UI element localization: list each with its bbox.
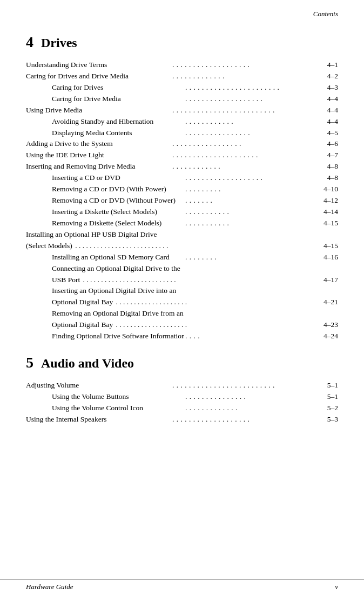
toc-label-line2-row: USB Port . . . . . . . . . . . . . . . .…	[52, 275, 338, 286]
toc-label: Finding Optional Drive Software Informat…	[52, 331, 184, 342]
toc-label: Caring for Drives	[52, 82, 184, 94]
toc-dots: . . . . . . . . . . . . . . . . . . .	[184, 94, 319, 105]
toc-label-line2: Optional Digital Bay	[52, 297, 113, 308]
chapter-5-heading: 5 Audio and Video	[26, 354, 338, 371]
toc-multiline-label: Removing an Optional Digital Drive from …	[52, 308, 338, 331]
chapter-5-toc: Adjusting Volume . . . . . . . . . . . .…	[26, 380, 338, 425]
page-footer: Hardware Guide v	[0, 579, 364, 591]
toc-entry-volume-buttons: Using the Volume Buttons . . . . . . . .…	[26, 391, 338, 403]
toc-page: 4–24	[319, 331, 338, 342]
toc-label-line1: Inserting an Optional Digital Drive into…	[52, 285, 338, 297]
toc-dots: . . . . . . . . . . . . . . . . . . . .	[113, 297, 319, 308]
toc-page: 5–1	[319, 380, 338, 391]
toc-page: 5–1	[319, 391, 338, 403]
toc-dots: . . . . . . . . . . . . . . . . . . . . …	[171, 105, 319, 116]
toc-label: Using the Internal Speakers	[26, 414, 171, 425]
toc-label: Avoiding Standby and Hibernation	[52, 116, 184, 128]
toc-page: 4–23	[319, 319, 338, 331]
toc-page: 4–5	[319, 128, 338, 139]
toc-page: 4–21	[319, 297, 338, 308]
toc-page: 4–12	[319, 195, 338, 206]
toc-entry-avoiding-standby: Avoiding Standby and Hibernation . . . .…	[26, 116, 338, 128]
toc-page: 4–15	[319, 218, 338, 229]
toc-page: 4–16	[319, 252, 338, 263]
toc-entry-removing-cd-dvd-nopower: Removing a CD or DVD (Without Power) . .…	[26, 195, 338, 206]
toc-page: 4–17	[319, 275, 338, 286]
toc-label: Using Drive Media	[26, 105, 171, 116]
toc-label: Displaying Media Contents	[52, 128, 184, 139]
toc-dots: . . . . . . . . . . . . . . . . . . . . …	[80, 275, 319, 286]
toc-label: Caring for Drive Media	[52, 94, 184, 105]
toc-dots: . . . . . . . . . . . . . . . . . . . . …	[171, 150, 319, 161]
toc-entry-understanding-drive-terms: Understanding Drive Terms . . . . . . . …	[26, 59, 338, 71]
toc-dots: . . . . . . . . . . . . . . . .	[184, 128, 319, 139]
chapter-4-heading: 4 Drives	[26, 34, 338, 51]
toc-entry-connecting-usb: Connecting an Optional Digital Drive to …	[26, 263, 338, 286]
toc-entry-volume-icon: Using the Volume Control Icon . . . . . …	[26, 403, 338, 414]
toc-page: 4–10	[319, 184, 338, 195]
toc-dots: . . . . . . . . . . . . . . . . . . . . …	[72, 241, 319, 252]
header-title: Contents	[313, 10, 338, 18]
toc-label: Caring for Drives and Drive Media	[26, 71, 171, 82]
toc-multiline-label: Installing an Optional HP USB Digital Dr…	[26, 229, 338, 252]
toc-label: Inserting a CD or DVD	[52, 172, 184, 184]
toc-dots: . . . . . . .	[184, 195, 319, 206]
toc-label-line2: USB Port	[52, 275, 80, 286]
toc-dots: . . . . . . . . .	[184, 184, 319, 195]
toc-label: Using the Volume Control Icon	[52, 403, 184, 414]
toc-dots: . . . . . . . . . . . . . . . . . . .	[184, 172, 319, 184]
toc-label: Inserting a Diskette (Select Models)	[52, 206, 184, 218]
toc-page: 4–8	[319, 172, 338, 184]
toc-page: 4–6	[319, 138, 338, 150]
toc-entry-adding-drive: Adding a Drive to the System . . . . . .…	[26, 138, 338, 150]
toc-label: Removing a Diskette (Select Models)	[52, 218, 184, 229]
toc-dots: . . . . . . . . . . . . .	[171, 71, 319, 82]
toc-multiline-label: Connecting an Optional Digital Drive to …	[52, 263, 338, 286]
toc-entry-inserting-diskette: Inserting a Diskette (Select Models) . .…	[26, 206, 338, 218]
chapter-4-number: 4	[26, 34, 33, 51]
toc-entry-caring-drives: Caring for Drives . . . . . . . . . . . …	[26, 82, 338, 94]
toc-label: Removing a CD or DVD (With Power)	[52, 184, 184, 195]
toc-label: Removing a CD or DVD (Without Power)	[52, 195, 184, 206]
main-content: 4 Drives Understanding Drive Terms . . .…	[0, 23, 364, 460]
footer-left-label: Hardware Guide	[26, 583, 73, 591]
toc-page: 5–2	[319, 403, 338, 414]
toc-dots: . . . . . . . . . . .	[184, 218, 319, 229]
toc-dots: . . . .	[184, 331, 319, 342]
toc-label: Inserting and Removing Drive Media	[26, 161, 171, 172]
toc-label-line1: Installing an Optional HP USB Digital Dr…	[26, 229, 338, 241]
toc-page: 4–2	[319, 71, 338, 82]
toc-page: 4–8	[319, 161, 338, 172]
toc-label-line1: Removing an Optional Digital Drive from …	[52, 308, 338, 319]
toc-entry-using-drive-media: Using Drive Media . . . . . . . . . . . …	[26, 105, 338, 116]
toc-dots: . . . . . . . . . . . . . . . . . . . . …	[184, 82, 319, 94]
toc-entry-inserting-cd-dvd: Inserting a CD or DVD . . . . . . . . . …	[26, 172, 338, 184]
toc-page: 4–14	[319, 206, 338, 218]
toc-entry-adjusting-volume: Adjusting Volume . . . . . . . . . . . .…	[26, 380, 338, 391]
toc-label-line2-row: Optional Digital Bay . . . . . . . . . .…	[52, 297, 338, 308]
toc-label-line2: (Select Models)	[26, 241, 72, 252]
toc-page: 4–15	[319, 241, 338, 252]
toc-entry-removing-cd-dvd-power: Removing a CD or DVD (With Power) . . . …	[26, 184, 338, 195]
toc-dots: . . . . . . . . . . . . .	[184, 403, 319, 414]
toc-entry-finding-software: Finding Optional Drive Software Informat…	[26, 331, 338, 342]
toc-label-line2: Optional Digital Bay	[52, 319, 113, 331]
toc-dots: . . . . . . . . . . . . . . . . . . .	[171, 59, 319, 71]
toc-multiline-label: Inserting an Optional Digital Drive into…	[52, 285, 338, 308]
chapter-4-title: Drives	[41, 36, 77, 50]
toc-dots: . . . . . . . . . . . . . . . . . . . .	[113, 319, 319, 331]
toc-dots: . . . . . . . . . . . . . . .	[184, 391, 319, 403]
toc-page: 4–4	[319, 94, 338, 105]
toc-entry-inserting-removing: Inserting and Removing Drive Media . . .…	[26, 161, 338, 172]
chapter-5-number: 5	[26, 354, 33, 371]
toc-dots: . . . . . . . .	[184, 252, 319, 263]
toc-dots: . . . . . . . . . . . .	[171, 161, 319, 172]
toc-entry-displaying-media: Displaying Media Contents . . . . . . . …	[26, 128, 338, 139]
toc-page: 4–1	[319, 59, 338, 71]
toc-entry-removing-diskette: Removing a Diskette (Select Models) . . …	[26, 218, 338, 229]
chapter-4-toc: Understanding Drive Terms . . . . . . . …	[26, 59, 338, 342]
toc-label: Adjusting Volume	[26, 380, 171, 391]
toc-entry-caring-drive-media: Caring for Drive Media . . . . . . . . .…	[26, 94, 338, 105]
chapter-5-title: Audio and Video	[41, 356, 134, 371]
toc-entry-ide-drive-light: Using the IDE Drive Light . . . . . . . …	[26, 150, 338, 161]
